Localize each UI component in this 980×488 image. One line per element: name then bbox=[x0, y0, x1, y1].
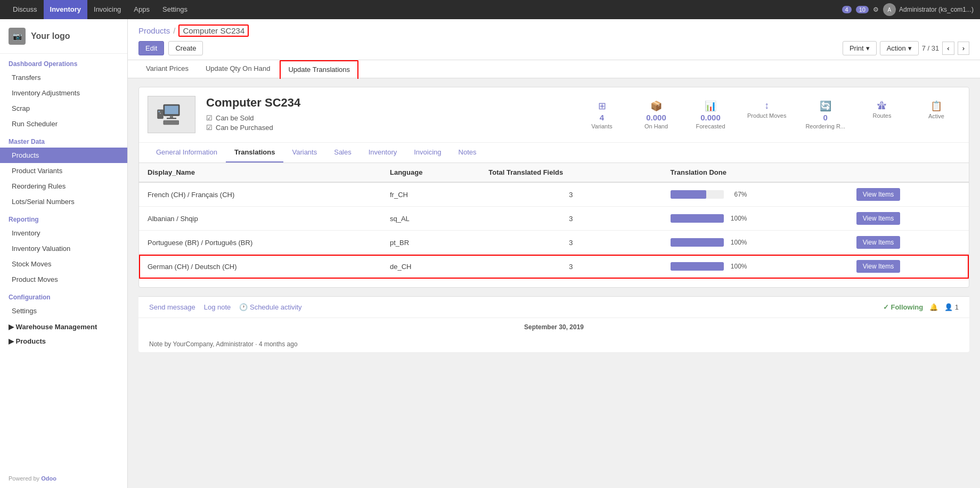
following-button[interactable]: ✓ Following bbox=[883, 303, 923, 311]
cell-language: de_CH bbox=[381, 255, 480, 279]
sidebar-item-inventory-adjustments[interactable]: Inventory Adjustments bbox=[0, 85, 127, 101]
card-tab-translations[interactable]: Translations bbox=[226, 143, 284, 162]
progress-bar bbox=[671, 190, 724, 199]
section-reporting: Reporting bbox=[0, 209, 127, 225]
view-items-button[interactable]: View Items bbox=[856, 236, 900, 249]
nav-discuss[interactable]: Discuss bbox=[6, 0, 44, 19]
sidebar-item-inventory[interactable]: Inventory bbox=[0, 225, 127, 241]
chatter-actions: Send message Log note 🕐 Schedule activit… bbox=[138, 297, 969, 318]
followers-count: 👤 1 bbox=[944, 303, 959, 311]
active-icon: 📋 bbox=[930, 100, 942, 112]
progress-text: 100% bbox=[728, 215, 747, 222]
card-tab-invoicing[interactable]: Invoicing bbox=[405, 143, 450, 162]
nav-settings[interactable]: Settings bbox=[156, 0, 194, 19]
sidebar-group-products[interactable]: ▶ Products bbox=[0, 333, 127, 347]
stat-active[interactable]: 📋 Active bbox=[912, 96, 960, 134]
progress-bar bbox=[671, 238, 724, 247]
followers-icon: 🔔 bbox=[929, 303, 938, 311]
on-hand-label: On Hand bbox=[644, 123, 668, 129]
print-button[interactable]: Print ▾ bbox=[843, 41, 877, 55]
send-message-button[interactable]: Send message bbox=[149, 303, 195, 311]
col-language: Language bbox=[381, 163, 480, 182]
stat-reordering[interactable]: 🔄 0 Reordering R... bbox=[799, 96, 852, 134]
schedule-activity-button[interactable]: 🕐 Schedule activity bbox=[239, 303, 301, 311]
product-image-svg bbox=[156, 101, 187, 128]
product-stats-area: ⊞ 4 Variants 📦 0.000 On Hand 📊 0.000 For… bbox=[578, 96, 960, 134]
on-hand-count: 0.000 bbox=[646, 113, 666, 122]
sub-tab-update-translations[interactable]: Update Translations bbox=[280, 60, 358, 79]
nav-invoicing[interactable]: Invoicing bbox=[87, 0, 127, 19]
product-image bbox=[148, 96, 195, 133]
create-button[interactable]: Create bbox=[168, 41, 203, 55]
sidebar-item-product-variants[interactable]: Product Variants bbox=[0, 163, 127, 178]
username: Administrator (ks_com1...) bbox=[899, 6, 974, 13]
progress-text: 100% bbox=[728, 263, 747, 270]
badge-c10[interactable]: 10 bbox=[856, 6, 869, 13]
badge-c4[interactable]: 4 bbox=[842, 6, 852, 13]
sidebar-footer: Powered by Odoo bbox=[0, 469, 127, 488]
view-items-button[interactable]: View Items bbox=[856, 260, 900, 273]
section-dashboard-ops: Dashboard Operations bbox=[0, 54, 127, 70]
cell-progress: 100% bbox=[662, 231, 848, 255]
stat-on-hand[interactable]: 📦 0.000 On Hand bbox=[632, 96, 680, 134]
sidebar-group-warehouse-management[interactable]: ▶ Warehouse Management bbox=[0, 319, 127, 333]
progress-fill bbox=[671, 190, 706, 199]
col-total-translated: Total Translated Fields bbox=[480, 163, 662, 182]
stat-product-moves[interactable]: ↕ Product Moves bbox=[741, 96, 793, 134]
cell-progress: 100% bbox=[662, 207, 848, 231]
prev-button[interactable]: ‹ bbox=[942, 42, 954, 55]
settings-icon[interactable]: ⚙ bbox=[873, 6, 879, 13]
card-tab-sales[interactable]: Sales bbox=[325, 143, 360, 162]
forecasted-label: Forecasted bbox=[696, 123, 725, 129]
routes-icon: 🛣 bbox=[877, 100, 887, 111]
cell-language: fr_CH bbox=[381, 182, 480, 207]
can-be-purchased-field: ☑ Can be Purchased bbox=[206, 124, 567, 132]
view-items-button[interactable]: View Items bbox=[856, 212, 900, 225]
stat-routes[interactable]: 🛣 Routes bbox=[858, 96, 906, 134]
can-be-purchased-label: Can be Purchased bbox=[216, 124, 273, 132]
sub-tab-update-qty[interactable]: Update Qty On Hand bbox=[198, 60, 277, 78]
cell-display-name: Portuguese (BR) / Português (BR) bbox=[139, 231, 381, 255]
log-note-button[interactable]: Log note bbox=[204, 303, 231, 311]
stat-forecasted[interactable]: 📊 0.000 Forecasted bbox=[687, 96, 734, 134]
col-display-name: Display_Name bbox=[139, 163, 381, 182]
edit-button[interactable]: Edit bbox=[138, 41, 164, 55]
progress-text: 100% bbox=[728, 239, 747, 246]
sidebar-item-lots-serial-numbers[interactable]: Lots/Serial Numbers bbox=[0, 194, 127, 209]
pagination: 7 / 31 bbox=[922, 44, 940, 52]
main-content: Products / Computer SC234 Edit Create Pr… bbox=[128, 19, 980, 488]
view-items-button[interactable]: View Items bbox=[856, 188, 900, 201]
sidebar-item-scrap[interactable]: Scrap bbox=[0, 101, 127, 116]
card-tab-general-information[interactable]: General Information bbox=[148, 143, 226, 162]
breadcrumb-current: Computer SC234 bbox=[178, 25, 249, 37]
nav-inventory[interactable]: Inventory bbox=[44, 0, 88, 19]
sidebar-item-products[interactable]: Products bbox=[0, 148, 127, 163]
sidebar-item-product-moves[interactable]: Product Moves bbox=[0, 272, 127, 287]
variants-icon: ⊞ bbox=[598, 100, 606, 112]
product-title: Computer SC234 bbox=[206, 96, 567, 110]
card-tab-variants[interactable]: Variants bbox=[283, 143, 325, 162]
sidebar-item-inventory-valuation[interactable]: Inventory Valuation bbox=[0, 241, 127, 256]
forecasted-icon: 📊 bbox=[705, 100, 716, 112]
can-be-purchased-checkbox: ☑ bbox=[206, 124, 213, 132]
svg-rect-5 bbox=[158, 111, 160, 112]
chatter-date: September 30, 2019 bbox=[138, 318, 969, 336]
sidebar-item-reordering-rules[interactable]: Reordering Rules bbox=[0, 178, 127, 194]
cell-total: 3 bbox=[480, 255, 662, 279]
sub-tab-variant-prices[interactable]: Variant Prices bbox=[138, 60, 196, 78]
nav-apps[interactable]: Apps bbox=[127, 0, 156, 19]
progress-fill bbox=[671, 262, 724, 271]
user-menu[interactable]: A Administrator (ks_com1...) bbox=[883, 3, 974, 16]
cell-total: 3 bbox=[480, 231, 662, 255]
sidebar-item-settings[interactable]: Settings bbox=[0, 303, 127, 319]
breadcrumb-parent[interactable]: Products bbox=[138, 26, 170, 35]
sidebar-item-run-scheduler[interactable]: Run Scheduler bbox=[0, 116, 127, 132]
can-be-sold-label: Can be Sold bbox=[216, 114, 254, 122]
stat-variants[interactable]: ⊞ 4 Variants bbox=[578, 96, 626, 134]
card-tab-notes[interactable]: Notes bbox=[450, 143, 485, 162]
sidebar-item-stock-moves[interactable]: Stock Moves bbox=[0, 256, 127, 272]
sidebar-item-transfers[interactable]: Transfers bbox=[0, 70, 127, 85]
action-button[interactable]: Action ▾ bbox=[880, 41, 919, 55]
card-tab-inventory[interactable]: Inventory bbox=[360, 143, 405, 162]
next-button[interactable]: › bbox=[958, 42, 969, 55]
